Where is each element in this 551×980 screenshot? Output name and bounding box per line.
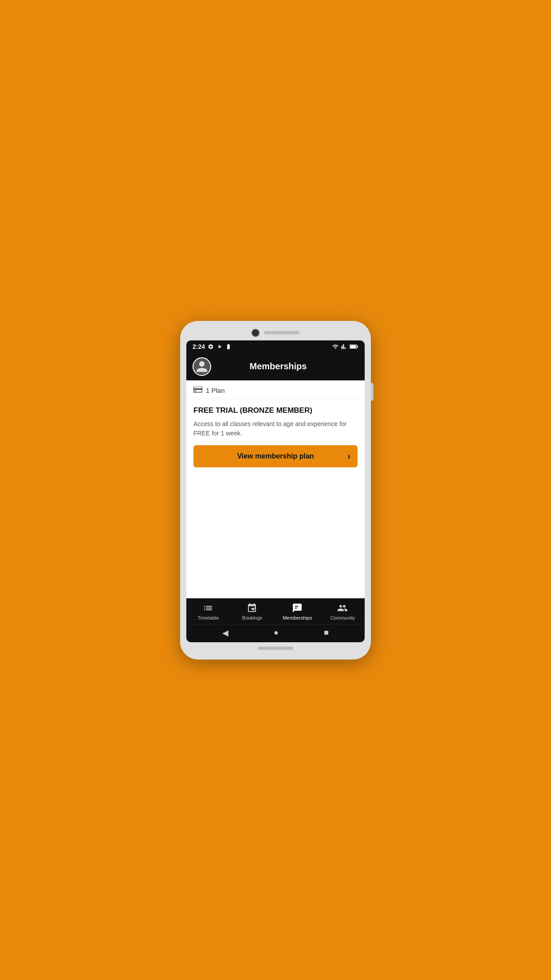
bottom-speaker — [258, 647, 293, 650]
side-button — [371, 383, 374, 401]
user-avatar-icon — [195, 360, 209, 373]
status-bar: 2:24 — [186, 340, 365, 353]
app-header: Memberships — [186, 353, 365, 380]
nav-item-memberships[interactable]: Memberships — [283, 603, 312, 620]
nav-item-community[interactable]: Community — [329, 603, 356, 620]
bottom-navigation: Timetable Bookings Memberships — [186, 598, 365, 624]
timetable-label: Timetable — [198, 615, 219, 620]
bookings-icon — [247, 603, 257, 613]
bookings-label: Bookings — [242, 615, 262, 620]
community-label: Community — [331, 615, 355, 620]
phone-top-bar — [186, 329, 365, 337]
nav-item-bookings[interactable]: Bookings — [239, 603, 265, 620]
phone-device: 2:24 — [180, 321, 371, 660]
settings-icon — [208, 344, 214, 350]
status-left: 2:24 — [193, 343, 232, 350]
plan-count-row: 1 Plan — [186, 380, 365, 399]
nav-item-timetable[interactable]: Timetable — [195, 603, 221, 620]
svg-rect-1 — [358, 345, 358, 347]
page-title: Memberships — [216, 361, 340, 371]
home-button[interactable]: ● — [274, 628, 279, 637]
top-speaker — [264, 331, 299, 334]
battery-icon — [350, 344, 358, 350]
status-time: 2:24 — [193, 343, 205, 350]
card-icon — [193, 387, 202, 394]
svg-rect-2 — [350, 345, 356, 348]
status-right — [332, 344, 358, 350]
chevron-right-icon: › — [347, 451, 350, 461]
memberships-icon — [292, 603, 303, 613]
membership-description: Access to all classes relevant to age an… — [193, 419, 358, 438]
svg-rect-5 — [194, 391, 197, 391]
membership-title: FREE TRIAL (BRONZE MEMBER) — [193, 406, 358, 415]
avatar[interactable] — [193, 357, 211, 376]
phone-bottom-bar — [186, 647, 365, 650]
plan-count-text: 1 Plan — [206, 387, 225, 394]
timetable-icon — [203, 603, 213, 613]
view-membership-plan-button[interactable]: View membership plan › — [193, 445, 358, 467]
play-icon — [216, 344, 223, 350]
signal-icon — [341, 344, 347, 350]
main-content: 1 Plan FREE TRIAL (BRONZE MEMBER) Access… — [186, 380, 365, 598]
camera — [252, 329, 260, 337]
view-plan-label: View membership plan — [237, 452, 314, 460]
phone-screen: 2:24 — [186, 340, 365, 642]
recents-button[interactable]: ■ — [324, 628, 329, 637]
back-button[interactable]: ◀ — [222, 628, 228, 638]
membership-card: FREE TRIAL (BRONZE MEMBER) Access to all… — [186, 399, 365, 476]
svg-rect-4 — [193, 388, 202, 390]
battery-status-icon — [225, 344, 232, 350]
wifi-icon — [332, 344, 339, 350]
android-nav-bar: ◀ ● ■ — [186, 624, 365, 642]
community-icon — [337, 603, 348, 613]
memberships-label: Memberships — [283, 615, 312, 620]
